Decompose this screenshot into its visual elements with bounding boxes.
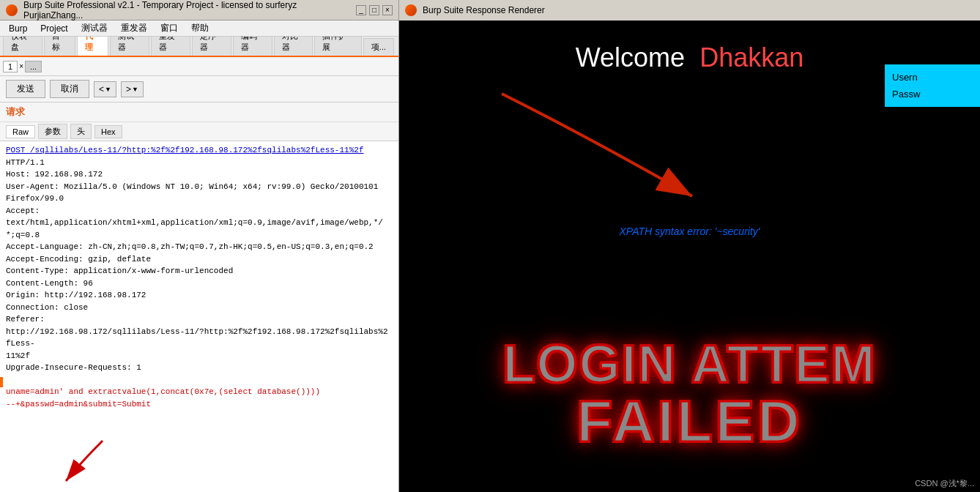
tab-repeater[interactable]: 重发器	[151, 37, 190, 56]
title-text: Burp Suite Professional v2.1 - Temporary…	[23, 0, 350, 20]
tab-1[interactable]: 1	[3, 61, 18, 72]
minimize-button[interactable]: _	[356, 5, 366, 15]
right-title-text: Burp Suite Response Renderer	[423, 5, 545, 15]
password-label: Passw	[892, 89, 973, 100]
tab-more[interactable]: 项...	[363, 38, 394, 56]
menu-repeater[interactable]: 重发器	[115, 20, 153, 36]
right-burp-logo-icon	[405, 4, 417, 16]
back-icon: <	[99, 84, 104, 94]
request-line-18	[6, 374, 393, 387]
request-line-16: 11%2f	[6, 350, 393, 362]
request-section-label: 请求	[0, 102, 398, 122]
request-line-1: POST /sqllilabs/Less-11/?http:%2f%2f192.…	[6, 144, 393, 157]
tab-dashboard[interactable]: 仪表盘	[3, 37, 42, 56]
request-line-4: User-Agent: Mozilla/5.0 (Windows NT 10.0…	[6, 181, 393, 193]
request-line-10: Content-Type: application/x-www-form-url…	[6, 265, 393, 277]
tab-hex[interactable]: Hex	[94, 125, 122, 138]
request-line-2: HTTP/1.1	[6, 157, 393, 169]
menu-tester[interactable]: 测试器	[75, 20, 114, 36]
red-arrow-svg	[443, 79, 736, 225]
tab-sequencer[interactable]: 定序器	[192, 37, 231, 56]
send-button[interactable]: 发送	[6, 80, 45, 98]
menu-help[interactable]: 帮助	[185, 20, 215, 36]
request-line-6: Accept:	[6, 205, 393, 217]
right-content: Welcome Dhakkan Usern Passw XPATH syntax…	[399, 20, 980, 492]
tab-close-icon[interactable]: ×	[19, 62, 23, 70]
burp-logo-icon	[6, 4, 18, 16]
request-line-7: text/html,application/xhtml+xml,applicat…	[6, 217, 393, 241]
login-form-box: Usern Passw	[885, 64, 980, 107]
login-failed-section: LOGIN ATTEM FAILED	[434, 340, 946, 455]
forward-dropdown-icon: ▼	[132, 86, 138, 93]
request-line-17: Upgrade-Insecure-Requests: 1	[6, 362, 393, 374]
left-arrow-svg	[59, 433, 205, 492]
back-button[interactable]: < ▼	[94, 81, 116, 97]
request-line-8: Accept-Language: zh-CN,zh;q=0.8,zh-TW;q=…	[6, 241, 393, 253]
tab-number-box: 1 × ...	[3, 61, 42, 72]
request-line-11: Content-Length: 96	[6, 277, 393, 290]
welcome-text: Welcome	[576, 42, 685, 73]
menu-window[interactable]: 窗口	[155, 20, 184, 36]
tab-target[interactable]: 目标	[44, 37, 75, 56]
tab-comparer[interactable]: 对比器	[274, 37, 313, 56]
request-line-14: Referer:	[6, 313, 393, 326]
back-dropdown-icon: ▼	[105, 86, 111, 93]
request-tabs: Raw 参数 头 Hex	[0, 122, 398, 141]
close-button[interactable]: ×	[382, 5, 393, 15]
maximize-button[interactable]: □	[369, 5, 379, 15]
toolbar: 发送 取消 < ▼ > ▼	[0, 76, 398, 102]
request-line-20: --+&passwd=admin&submit=Submit	[6, 398, 393, 411]
tab-proxy[interactable]: 代理	[77, 37, 108, 56]
main-tab-bar: 仪表盘 目标 代理 测试器 重发器 定序器 编码器 对比器 插件扩展 项...	[0, 37, 398, 57]
menu-bar: Burp Project 测试器 重发器 窗口 帮助	[0, 20, 398, 37]
cancel-button[interactable]: 取消	[50, 80, 89, 98]
tab-decoder[interactable]: 编码器	[233, 37, 272, 56]
xpath-error: XPATH syntax error: '~security'	[620, 225, 760, 237]
dhakkan-text: Dhakkan	[699, 42, 803, 73]
menu-burp[interactable]: Burp	[3, 22, 33, 35]
tab-headers[interactable]: 头	[70, 124, 92, 139]
window-controls: _ □ ×	[356, 5, 393, 15]
request-line-12: Origin: http://192.168.98.172	[6, 289, 393, 302]
watermark: CSDN @浅*黎...	[915, 478, 974, 489]
request-line-13: Connection: close	[6, 302, 393, 314]
sub-tab-bar: 1 × ...	[0, 57, 398, 76]
forward-button[interactable]: > ▼	[121, 81, 144, 97]
login-attempt-text: LOGIN ATTEM	[434, 340, 946, 388]
request-line-9: Accept-Encoding: gzip, deflate	[6, 253, 393, 266]
request-line-19: uname=admin' and extractvalue(1,concat(0…	[6, 386, 393, 398]
forward-icon: >	[126, 84, 131, 94]
request-body[interactable]: POST /sqllilabs/Less-11/?http:%2f%2f192.…	[0, 141, 398, 492]
request-line-3: Host: 192.168.98.172	[6, 168, 393, 181]
right-panel: Burp Suite Response Renderer Welcome Dha…	[399, 0, 980, 492]
request-line-5: Firefox/99.0	[6, 193, 393, 205]
tab-raw[interactable]: Raw	[6, 125, 35, 138]
tab-extensions[interactable]: 插件扩展	[314, 37, 361, 56]
tab-params[interactable]: 参数	[38, 124, 67, 139]
menu-project[interactable]: Project	[34, 22, 73, 35]
request-line-15: http://192.168.98.172/sqllilabs/Less-11/…	[6, 326, 393, 350]
right-title-bar: Burp Suite Response Renderer	[399, 0, 980, 20]
tab-dots[interactable]: ...	[25, 61, 42, 72]
username-label: Usern	[892, 72, 973, 83]
title-bar: Burp Suite Professional v2.1 - Temporary…	[0, 0, 398, 20]
current-line-indicator	[0, 377, 3, 387]
tab-intruder[interactable]: 测试器	[110, 37, 149, 56]
failed-text: FAILED	[434, 388, 946, 455]
left-panel: Burp Suite Professional v2.1 - Temporary…	[0, 0, 399, 492]
